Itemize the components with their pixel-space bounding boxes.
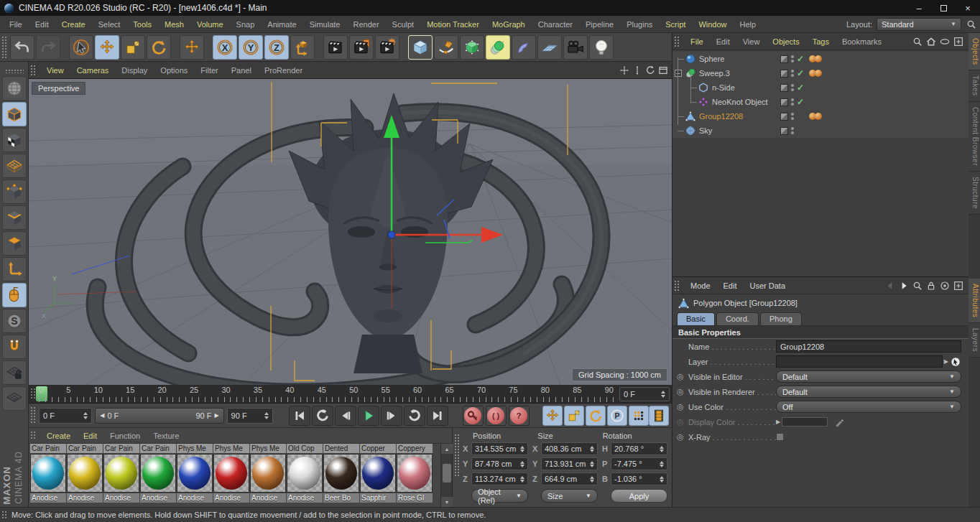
spinner-arrows-icon[interactable]: [660, 446, 664, 452]
layer-swatch[interactable]: [780, 55, 788, 63]
menu-file[interactable]: File: [3, 16, 29, 33]
go-to-start-button[interactable]: [289, 406, 310, 426]
add-sweep-button[interactable]: [486, 35, 510, 60]
display-color-swatch[interactable]: [782, 417, 828, 427]
search-icon[interactable]: [912, 36, 923, 47]
quantize-magnet-button[interactable]: [2, 335, 27, 359]
render-view-button[interactable]: [323, 35, 348, 60]
visibility-dots[interactable]: [791, 127, 794, 134]
texture-mode-button[interactable]: [2, 128, 27, 152]
menu-cameras[interactable]: Cameras: [70, 62, 116, 79]
play-forwards-button[interactable]: [358, 406, 379, 426]
texture-tags[interactable]: [810, 113, 822, 120]
side-tab-takes[interactable]: Takes: [969, 70, 980, 102]
menu-view[interactable]: View: [736, 33, 767, 50]
material-thumbnail[interactable]: [177, 454, 213, 493]
size-mode-select[interactable]: Size▼: [541, 489, 598, 503]
rotation-b-input[interactable]: -1.036 °: [611, 472, 667, 485]
keyframe-dot-icon[interactable]: ◎: [677, 402, 688, 411]
status-drag-handle[interactable]: [1, 511, 7, 519]
size-y-input[interactable]: 713.931 cm: [541, 457, 598, 470]
last-tool-move-button[interactable]: [180, 35, 204, 60]
menu-create[interactable]: Create: [40, 427, 77, 444]
toolbar-drag-handle[interactable]: [1, 36, 7, 58]
side-tab-layers[interactable]: Layers: [969, 323, 980, 358]
spinner-arrows-icon[interactable]: [590, 446, 594, 452]
add-primitive-button[interactable]: [408, 35, 433, 60]
scrollbar-thumb[interactable]: [443, 464, 451, 483]
menu-help[interactable]: Help: [734, 16, 763, 33]
scroll-down-icon[interactable]: ▼: [441, 497, 453, 507]
polygons-mode-button[interactable]: [2, 231, 27, 256]
visible-in-editor-select[interactable]: Default▼: [776, 370, 961, 383]
go-to-end-button[interactable]: [427, 406, 448, 426]
section-header[interactable]: Basic Properties: [672, 326, 969, 339]
material-thumbnail[interactable]: [360, 454, 396, 493]
snap-toggle-button[interactable]: S: [2, 309, 27, 333]
palette-drag-handle[interactable]: [5, 69, 24, 73]
history-forward-icon[interactable]: [898, 280, 910, 292]
menu-volume[interactable]: Volume: [190, 16, 230, 33]
menu-window[interactable]: Window: [692, 16, 733, 33]
layer-menu-arrow-icon[interactable]: ▶: [944, 358, 948, 365]
object-name[interactable]: n-Side: [712, 83, 735, 92]
side-tab-structure[interactable]: Structure: [969, 172, 980, 215]
transport-drag-handle[interactable]: [30, 406, 36, 424]
planar-workplane-button[interactable]: [2, 386, 27, 411]
key-rotation-toggle[interactable]: [586, 406, 606, 426]
menu-script[interactable]: Script: [659, 16, 692, 33]
menu-prorender[interactable]: ProRender: [258, 62, 309, 79]
menu-sculpt[interactable]: Sculpt: [386, 16, 421, 33]
autokeying-button[interactable]: ( ): [486, 406, 507, 426]
visible-in-renderer-select[interactable]: Default▼: [776, 386, 961, 398]
add-camera-button[interactable]: [563, 35, 588, 60]
layer-input[interactable]: [776, 355, 943, 368]
redo-button[interactable]: [36, 35, 60, 60]
enabled-check-icon[interactable]: ✓: [797, 68, 807, 78]
position-z-input[interactable]: 113.274 cm: [471, 472, 528, 485]
position-y-input[interactable]: 87.478 cm: [471, 457, 528, 470]
object-row-sky[interactable]: Sky: [672, 123, 969, 138]
viewport-view-label[interactable]: Perspective: [32, 82, 85, 95]
add-panel-icon[interactable]: [953, 36, 964, 47]
menu-plugins[interactable]: Plugins: [620, 16, 659, 33]
keyframe-dot-icon[interactable]: ◎: [677, 372, 688, 381]
object-name[interactable]: Sphere: [699, 55, 724, 63]
material-thumbnail[interactable]: [397, 454, 433, 493]
add-light-button[interactable]: [589, 35, 614, 60]
play-loop-button[interactable]: [404, 406, 425, 426]
next-frame-button[interactable]: [381, 406, 402, 426]
viewport-zoom-icon[interactable]: [632, 65, 643, 76]
menu-filter[interactable]: Filter: [194, 62, 224, 79]
collapse-icon[interactable]: –: [675, 70, 682, 77]
current-frame-field[interactable]: 0 F: [39, 408, 92, 424]
add-environment-button[interactable]: [537, 35, 562, 60]
menu-pipeline[interactable]: Pipeline: [579, 16, 620, 33]
menu-mode[interactable]: Mode: [684, 277, 717, 294]
end-frame-field[interactable]: 90 F: [227, 408, 273, 424]
spinner-arrows-icon[interactable]: [520, 476, 524, 483]
tab-coord[interactable]: Coord.: [716, 312, 759, 325]
layer-swatch[interactable]: [780, 70, 788, 78]
menu-panel[interactable]: Panel: [225, 62, 258, 79]
material-item[interactable]: Car PainAnodise: [103, 444, 139, 507]
layer-swatch[interactable]: [780, 98, 788, 106]
material-item[interactable]: Car PainAnodise: [67, 444, 103, 507]
home-icon[interactable]: [925, 36, 937, 47]
perspective-viewport[interactable]: Y X Perspective Grid Spacing : 1000 cm: [29, 79, 672, 385]
viewport-pan-icon[interactable]: [619, 65, 630, 76]
menu-character[interactable]: Character: [532, 16, 579, 33]
viewport-menu-drag-handle[interactable]: [30, 65, 36, 75]
enabled-check-icon[interactable]: ✓: [797, 97, 807, 107]
add-spline-button[interactable]: [434, 35, 458, 60]
menu-view[interactable]: View: [40, 62, 70, 79]
menu-file[interactable]: File: [684, 33, 710, 50]
enable-axis-button[interactable]: [2, 257, 27, 281]
move-tool-button[interactable]: [95, 35, 119, 60]
material-item[interactable]: Car PainAnodise: [30, 444, 66, 507]
layer-swatch[interactable]: [780, 127, 788, 135]
history-back-icon[interactable]: [884, 280, 896, 292]
lock-icon[interactable]: [925, 280, 937, 292]
menu-edit[interactable]: Edit: [717, 277, 744, 294]
record-keyframe-button[interactable]: [463, 406, 484, 426]
